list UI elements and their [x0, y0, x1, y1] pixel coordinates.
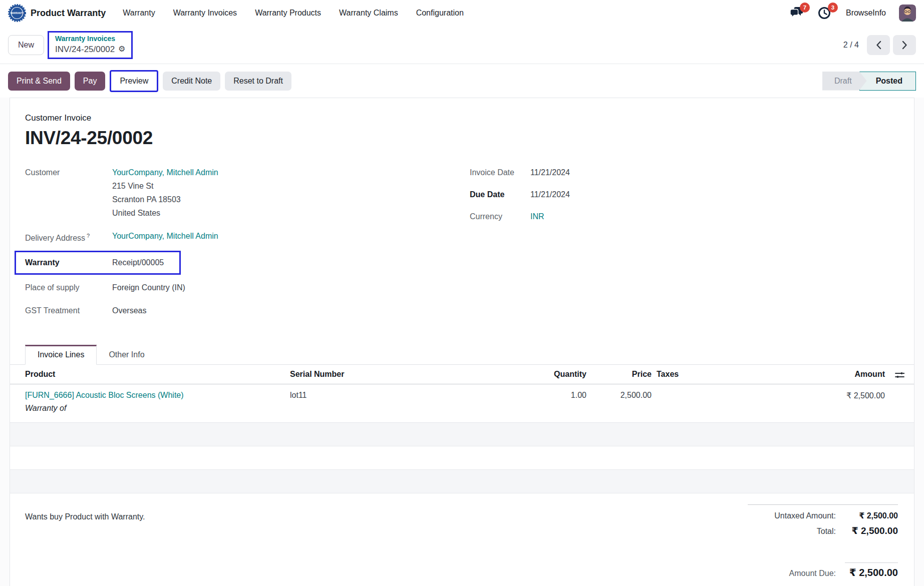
warranty-highlight-box: Warranty Receipt/00005: [15, 251, 181, 275]
record-actions-gear-icon[interactable]: ⚙: [118, 45, 125, 53]
total-label: Total:: [748, 527, 845, 536]
col-header-product[interactable]: Product: [10, 365, 290, 383]
gst-treatment-value: Overseas: [112, 304, 146, 317]
optional-columns-sliders-icon[interactable]: [885, 365, 914, 384]
new-button[interactable]: New: [8, 35, 44, 55]
user-avatar[interactable]: [899, 5, 916, 22]
address-line: 215 Vine St: [112, 179, 218, 193]
status-bar: Draft Posted: [822, 72, 916, 91]
invoice-line-row[interactable]: [FURN_6666] Acoustic Bloc Screens (White…: [10, 384, 914, 423]
app-name: Product Warranty: [31, 8, 106, 19]
customer-address: 215 Vine St Scranton PA 18503 United Sta…: [112, 179, 218, 220]
empty-table-row: [10, 446, 914, 470]
move-type-label: Customer Invoice: [25, 113, 899, 123]
invoice-form-sheet: Customer Invoice INV/24-25/0002 Customer…: [10, 98, 914, 586]
print-and-send-button[interactable]: Print & Send: [8, 72, 70, 91]
pager-next-button[interactable]: [893, 35, 916, 55]
invoice-date-value: 11/21/2024: [530, 166, 570, 179]
amount-due-value: ₹ 2,500.00: [845, 562, 898, 578]
table-header-row: Product Serial Number Quantity Price Tax…: [10, 365, 914, 384]
amount-value: ₹ 2,500.00: [732, 384, 885, 400]
currency-label: Currency: [470, 210, 530, 223]
record-pager: 2 / 4: [843, 35, 916, 55]
invoice-footer: Wants buy Product with Warranty. Untaxed…: [10, 504, 914, 583]
place-of-supply-label: Place of supply: [25, 281, 112, 294]
amount-due-label: Amount Due:: [748, 569, 845, 578]
menu-warranty[interactable]: Warranty: [123, 9, 155, 18]
col-header-price[interactable]: Price: [586, 365, 652, 383]
line-description: Warranty of: [25, 404, 290, 419]
amount-due-row: Amount Due: ₹ 2,500.00: [748, 562, 898, 578]
breadcrumb-parent-link[interactable]: Warranty Invoices: [55, 34, 125, 44]
status-posted[interactable]: Posted: [859, 72, 916, 91]
customer-link[interactable]: YourCompany, Mitchell Admin: [112, 168, 218, 177]
activities-clock-icon[interactable]: 3: [818, 7, 833, 20]
col-header-quantity[interactable]: Quantity: [471, 365, 586, 383]
activities-badge: 3: [828, 3, 838, 13]
messages-icon[interactable]: 7: [790, 7, 805, 20]
due-date-value: 11/21/2024: [530, 188, 570, 201]
gst-treatment-label: GST Treatment: [25, 304, 112, 317]
address-line: United States: [112, 206, 218, 220]
col-header-serial-number[interactable]: Serial Number: [290, 365, 471, 383]
price-value: 2,500.00: [586, 384, 652, 400]
narration-note: Wants buy Product with Warranty.: [10, 504, 145, 583]
tab-other-info[interactable]: Other Info: [97, 345, 156, 364]
quantity-value: 1.00: [471, 384, 586, 400]
totals-block: Untaxed Amount: ₹ 2,500.00 Total: ₹ 2,50…: [748, 504, 898, 583]
menu-configuration[interactable]: Configuration: [416, 9, 464, 18]
credit-note-button[interactable]: Credit Note: [163, 72, 220, 91]
invoice-fields: Customer YourCompany, Mitchell Admin 215…: [25, 166, 899, 327]
menu-warranty-invoices[interactable]: Warranty Invoices: [173, 9, 237, 18]
col-header-taxes[interactable]: Taxes: [652, 365, 732, 383]
user-name[interactable]: BrowseInfo: [846, 9, 886, 18]
warranty-label: Warranty: [25, 256, 112, 269]
menu-warranty-claims[interactable]: Warranty Claims: [339, 9, 398, 18]
messages-badge: 7: [800, 3, 810, 13]
product-link[interactable]: [FURN_6666] Acoustic Bloc Screens (White…: [25, 391, 290, 400]
warranty-value: Receipt/00005: [112, 256, 164, 269]
untaxed-amount-value: ₹ 2,500.00: [845, 511, 898, 520]
customer-label: Customer: [25, 166, 112, 220]
untaxed-amount-label: Untaxed Amount:: [748, 511, 845, 520]
field-delivery-address: Delivery Address? YourCompany, Mitchell …: [25, 229, 470, 245]
reset-to-draft-button[interactable]: Reset to Draft: [225, 72, 291, 91]
pager-previous-button[interactable]: [867, 35, 890, 55]
pager-count: 2 / 4: [843, 41, 859, 50]
invoice-date-label: Invoice Date: [470, 166, 530, 179]
field-place-of-supply: Place of supply Foreign Country (IN): [25, 281, 470, 294]
col-header-amount[interactable]: Amount: [732, 365, 885, 383]
serial-number-value: lot11: [290, 384, 471, 400]
navbar-systray: 7 3 BrowseInfo: [790, 5, 916, 22]
status-draft[interactable]: Draft: [822, 72, 867, 91]
delivery-address-link[interactable]: YourCompany, Mitchell Admin: [112, 232, 218, 240]
invoice-lines-table: Product Serial Number Quantity Price Tax…: [10, 365, 914, 493]
field-due-date: Due Date 11/21/2024: [470, 188, 899, 201]
place-of-supply-value: Foreign Country (IN): [112, 281, 185, 294]
field-customer: Customer YourCompany, Mitchell Admin 215…: [25, 166, 470, 220]
field-invoice-date: Invoice Date 11/21/2024: [470, 166, 899, 179]
notebook-tabs: Invoice Lines Other Info: [10, 345, 914, 365]
main-menu: Warranty Warranty Invoices Warranty Prod…: [123, 9, 463, 18]
currency-link[interactable]: INR: [530, 212, 544, 221]
control-panel-breadcrumbs: New Warranty Invoices INV/24-25/0002 ⚙ 2…: [0, 26, 924, 64]
tab-invoice-lines[interactable]: Invoice Lines: [25, 345, 97, 365]
chevron-right-icon: [902, 41, 907, 50]
due-date-label: Due Date: [470, 188, 530, 201]
form-statusbar-buttons: Print & Send Pay Preview Credit Note Res…: [0, 64, 924, 98]
pay-button[interactable]: Pay: [75, 72, 106, 91]
menu-warranty-products[interactable]: Warranty Products: [255, 9, 321, 18]
svg-text:WARRANTY: WARRANTY: [11, 12, 24, 15]
empty-table-row: [10, 423, 914, 446]
address-line: Scranton PA 18503: [112, 193, 218, 206]
delivery-address-label: Delivery Address?: [25, 229, 112, 245]
field-currency: Currency INR: [470, 210, 899, 223]
breadcrumb-current: INV/24-25/0002 ⚙: [55, 44, 125, 55]
total-value: ₹ 2,500.00: [845, 525, 898, 536]
form-view-container: Customer Invoice INV/24-25/0002 Customer…: [0, 98, 924, 586]
preview-button[interactable]: Preview: [110, 70, 158, 92]
empty-table-row: [10, 470, 914, 493]
top-navbar: WARRANTY Product Warranty Warranty Warra…: [0, 0, 924, 26]
total-row: Total: ₹ 2,500.00: [748, 525, 898, 536]
untaxed-amount-row: Untaxed Amount: ₹ 2,500.00: [748, 511, 898, 520]
